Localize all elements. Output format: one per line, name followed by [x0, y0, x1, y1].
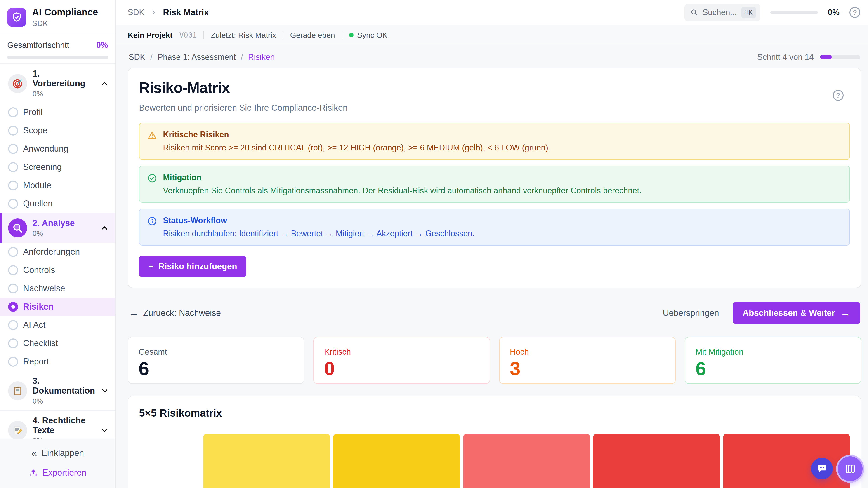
sidebar-item-nachweise[interactable]: Nachweise: [0, 279, 115, 297]
board-fab-button[interactable]: [838, 456, 863, 481]
page-title: Risiko-Matrix: [139, 79, 850, 96]
sidebar-item-anwendung[interactable]: Anwendung: [0, 140, 115, 158]
header-progress-bar: [770, 11, 818, 14]
complete-next-button[interactable]: Abschliessen & Weiter →: [733, 302, 860, 324]
sidebar: AI Compliance SDK Gesamtfortschritt 0% 1…: [0, 0, 116, 488]
matrix-cell[interactable]: [333, 434, 460, 488]
section-title: 4. Rechtliche Texte: [33, 416, 94, 435]
sidebar-item-quellen[interactable]: Quellen: [0, 195, 115, 213]
stat-value: 6: [138, 359, 293, 378]
help-icon[interactable]: ?: [849, 7, 860, 18]
sidebar-item-screening[interactable]: Screening: [0, 158, 115, 176]
radio-icon: [8, 107, 18, 117]
breadcrumb-sdk[interactable]: SDK: [129, 53, 145, 62]
collapse-sidebar-button[interactable]: « Einklappen: [31, 448, 84, 458]
callout-body: Risiken durchlaufen: Identifiziert → Bew…: [163, 229, 475, 238]
page-breadcrumb-row: SDK / Phase 1: Assessment / Risiken Schr…: [128, 51, 861, 68]
columns-icon: [844, 463, 856, 475]
back-button[interactable]: ← Zurueck: Nachweise: [129, 308, 221, 318]
plus-icon: +: [148, 261, 154, 271]
stat-card-kritisch: Kritisch 0: [313, 337, 490, 384]
top-bar: SDK Risk Matrix Suchen... ⌘K 0% ?: [116, 0, 868, 25]
app-title: AI Compliance: [32, 7, 98, 18]
header-progress-value: 0%: [828, 8, 839, 17]
callout-title: Status-Workflow: [163, 216, 475, 225]
matrix-cell[interactable]: [463, 434, 590, 488]
app-subtitle: SDK: [32, 19, 98, 28]
matrix-label-column: [139, 434, 200, 488]
chevron-right-icon: [150, 9, 157, 16]
step-progress-bar: [820, 55, 860, 59]
main-area: SDK Risk Matrix Suchen... ⌘K 0% ? Kein P…: [116, 0, 868, 488]
arrow-right-icon: →: [840, 308, 850, 318]
stats-row: Gesamt 6 Kritisch 0 Hoch 3 Mit Mitigatio…: [128, 337, 861, 384]
add-risk-button[interactable]: + Risiko hinzufuegen: [139, 256, 246, 277]
radio-icon: [8, 199, 18, 209]
radio-icon: [8, 338, 18, 348]
radio-icon: [8, 247, 18, 257]
matrix-cell[interactable]: [203, 434, 330, 488]
radio-icon: [8, 126, 18, 135]
callout-mitigation: Mitigation Verknuepfen Sie Controls als …: [139, 166, 850, 203]
matrix-cell[interactable]: [593, 434, 720, 488]
radio-icon: [8, 144, 18, 154]
overall-progress-label: Gesamtfortschritt: [7, 40, 69, 50]
stat-card-mit-mitigation: Mit Mitigation 6: [685, 337, 861, 384]
callout-critical-risks: Kritische Risiken Risiken mit Score >= 2…: [139, 123, 850, 160]
skip-button[interactable]: Ueberspringen: [663, 308, 719, 318]
page-subtitle: Bewerten und priorisieren Sie Ihre Compl…: [139, 103, 850, 113]
breadcrumb-risiken: Risiken: [248, 53, 275, 62]
divider: [342, 31, 342, 39]
sidebar-item-controls[interactable]: Controls: [0, 261, 115, 279]
sidebar-item-module[interactable]: Module: [0, 176, 115, 195]
memo-icon: [8, 421, 27, 439]
radio-icon: [8, 320, 18, 330]
sidebar-section-vorbereitung[interactable]: 1. Vorbereitung 0%: [0, 64, 115, 103]
chevron-down-icon: [100, 426, 109, 435]
sync-status-text: Sync OK: [357, 31, 388, 39]
chevron-down-icon: [101, 386, 109, 395]
last-step-text: Zuletzt: Risk Matrix: [211, 31, 276, 39]
app-logo-shield-icon: [7, 8, 26, 27]
sidebar-section-analyse[interactable]: 2. Analyse 0%: [0, 213, 115, 242]
export-button[interactable]: Exportieren: [29, 468, 86, 478]
content: SDK / Phase 1: Assessment / Risiken Schr…: [116, 45, 868, 488]
chat-fab-button[interactable]: [811, 458, 833, 480]
sidebar-item-checklist[interactable]: Checklist: [0, 334, 115, 352]
divider: [283, 31, 283, 39]
sidebar-item-scope[interactable]: Scope: [0, 121, 115, 140]
sidebar-section-rechtliche-texte[interactable]: 4. Rechtliche Texte 0%: [0, 410, 115, 438]
search-placeholder: Suchen...: [703, 8, 737, 17]
stat-card-gesamt: Gesamt 6: [128, 337, 304, 384]
matrix-cell[interactable]: [723, 434, 850, 488]
sidebar-item-ai-act[interactable]: AI Act: [0, 316, 115, 334]
overall-progress-bar: [7, 56, 108, 59]
chat-bubble-icon: [816, 463, 828, 474]
callout-title: Mitigation: [163, 173, 642, 182]
sidebar-item-anforderungen[interactable]: Anforderungen: [0, 242, 115, 261]
sidebar-nav: 1. Vorbereitung 0% Profil Scope Anwendun…: [0, 64, 115, 438]
upload-icon: [29, 468, 38, 477]
stat-value: 6: [695, 359, 850, 378]
radio-selected-icon: [8, 302, 18, 312]
stat-label: Hoch: [510, 347, 665, 357]
version-badge: V001: [179, 31, 197, 39]
stat-value: 0: [324, 359, 479, 378]
divider: [204, 31, 204, 39]
page-breadcrumb: SDK / Phase 1: Assessment / Risiken: [129, 53, 275, 62]
sidebar-item-profil[interactable]: Profil: [0, 103, 115, 121]
breadcrumb-root[interactable]: SDK: [128, 8, 145, 17]
section-percent: 0%: [33, 436, 94, 438]
stat-value: 3: [510, 359, 665, 378]
search-input[interactable]: Suchen... ⌘K: [684, 4, 761, 22]
card-help-icon[interactable]: ?: [833, 90, 844, 101]
radio-icon: [8, 357, 18, 367]
sidebar-item-risiken[interactable]: Risiken: [0, 297, 115, 316]
step-label: Schritt 4 von 14: [757, 53, 814, 62]
sidebar-item-report[interactable]: Report: [0, 352, 115, 371]
sidebar-section-dokumentation[interactable]: 3. Dokumentation 0%: [0, 371, 115, 410]
callout-body: Risiken mit Score >= 20 sind CRITICAL (r…: [163, 143, 550, 153]
section-title: 1. Vorbereitung: [33, 69, 94, 88]
breadcrumb-phase[interactable]: Phase 1: Assessment: [158, 53, 236, 62]
breadcrumb: SDK Risk Matrix: [128, 8, 209, 18]
